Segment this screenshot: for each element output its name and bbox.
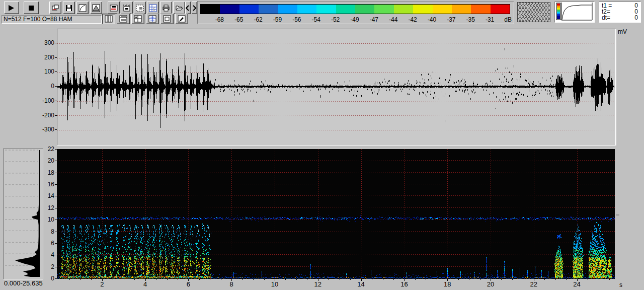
spectrogram-xtick [134,279,135,280]
db-scale-segment [259,5,278,14]
db-scale-tick-label: -65 [230,16,248,23]
colorbar-panel: -68-65-62-59-56-54-52-49-47-44-42-40-37-… [197,1,514,24]
spectrogram-xtick [329,279,329,280]
spectrogram-ytick-label: 18 [42,170,54,176]
layout-split-button[interactable] [131,14,144,24]
spectrogram-xtick [91,279,92,280]
copy-button[interactable] [49,2,61,14]
db-color-scale [200,4,510,14]
transfer-curve-icon [78,4,87,12]
spectrogram-xtick [178,279,178,280]
db-scale-tick-label: -42 [404,16,421,23]
window-function-button[interactable] [90,2,102,14]
spectrogram-ytick-label: 8 [42,229,54,235]
db-scale-segment [491,5,510,14]
next-button[interactable] [192,2,197,14]
db-scale-segment [278,5,297,14]
spectrogram-ytick-label: 0 [42,275,54,281]
window-function-icon [92,4,100,12]
pattern-preview-button[interactable] [517,2,550,22]
spectrogram-display-button[interactable] [108,2,120,14]
layout-frame-icon [163,15,171,23]
db-scale-tick-label: -35 [462,16,479,23]
db-scale-segment [413,5,432,14]
spectrogram-xtick [350,279,351,280]
spectrogram-xtick-label: 24 [571,281,583,287]
spectrogram-xtick [523,279,523,280]
db-scale-segment [394,5,413,14]
spectrogram-xtick [113,279,113,280]
spectrogram-xtick-label: 2 [96,281,108,287]
spectrogram-xtick [609,279,610,280]
spectrogram-xtick-label: 22 [528,281,540,287]
spectrogram-xtick-label: 12 [312,281,324,287]
play-button[interactable] [4,2,19,14]
spectrogram-ytick [55,243,57,244]
spectrogram-xtick [69,279,70,280]
open-icon [175,4,183,12]
layout-grid-icon [148,15,156,23]
time-ruler-button[interactable] [121,2,133,14]
spectrogram-xtick [210,279,210,280]
spectrogram-xtick [145,279,146,281]
spectrogram-xtick [307,279,307,280]
dt-label: dt= [602,14,610,21]
spectrogram-xtick [243,279,243,280]
oscillogram-ytick [55,86,57,87]
copy-icon [51,4,59,12]
selection-area-button[interactable] [134,2,146,14]
spectrogram-xtick [231,279,232,281]
db-scale-segment [297,5,316,14]
fft-settings-button[interactable]: s [147,2,159,14]
transfer-curve-button[interactable] [76,2,89,14]
db-scale-segment [355,5,374,14]
spectrogram-ytick [55,232,57,232]
layout-oscillogram-button[interactable] [102,14,115,24]
spectrogram-plot[interactable] [57,149,615,279]
db-scale-tick-label: -40 [424,16,441,23]
db-scale-tick-label: -47 [365,16,382,23]
layout-frame-button[interactable] [160,14,174,24]
db-scale-tick-label: -44 [385,16,402,23]
open-button[interactable] [173,2,185,14]
spectrogram-xtick [80,279,81,280]
oscillogram-ytick [55,129,57,130]
layout-grid-button[interactable] [146,14,159,24]
oscillogram-ytick-label: 300 [30,40,54,46]
oscillogram-ytick-label: -300 [30,126,54,132]
spectrogram-xtick [426,279,426,280]
save-button[interactable] [63,2,75,14]
spectrogram-xtick [383,279,383,280]
prev-button[interactable] [185,2,191,14]
oscillogram-plot[interactable] [57,29,616,146]
save-icon [65,4,73,12]
spectrogram-xtick [555,279,556,280]
edit-button[interactable] [175,14,188,24]
db-scale-tick-label: -68 [211,16,228,23]
stop-button[interactable] [24,2,39,14]
db-scale-segment [433,5,452,14]
db-scale-segment [452,5,471,14]
print-button[interactable] [160,2,172,14]
spectrogram-xtick [285,279,286,280]
time-ruler-icon [123,4,131,12]
selection-area-icon [136,4,144,12]
spectrogram-xtick-label: 4 [139,281,151,287]
spectrogram-ytick [55,184,57,185]
spectrogram-ytick-label: 20 [42,158,54,164]
spectrogram-ytick [55,196,57,196]
db-scale-segment [316,5,336,14]
spectrogram-xtick [458,279,459,280]
spectrogram-xtick [221,279,221,280]
layout-spectrogram-button[interactable] [117,14,130,24]
spectrogram-xtick [512,279,513,280]
mean-spectrum-panel[interactable] [3,149,43,279]
print-icon [162,4,170,12]
spectrogram-xtick-label: 14 [355,281,367,287]
transfer-curve-preview[interactable] [554,2,595,23]
db-scale-tick-label: -62 [250,16,267,23]
amplitude-unit-label: mV [618,28,627,35]
db-scale-tick-label: -56 [288,16,305,23]
oscillogram-ytick [55,43,57,43]
spectrogram-xtick [469,279,469,280]
